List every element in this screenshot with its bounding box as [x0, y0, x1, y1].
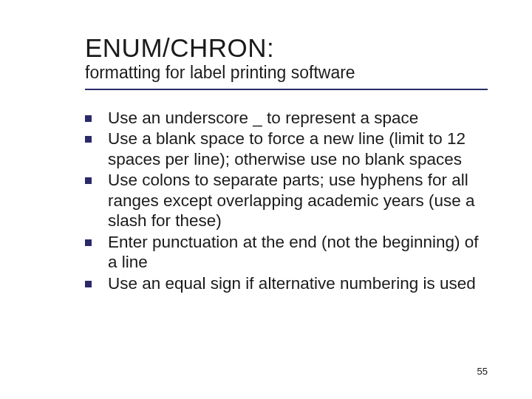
- slide-container: ENUM/CHRON: formatting for label printin…: [0, 0, 532, 399]
- bullet-text: Use colons to separate parts; use hyphen…: [108, 170, 488, 231]
- bullet-icon: [85, 136, 92, 143]
- bullet-text: Use an underscore _ to represent a space: [108, 108, 418, 128]
- slide-subtitle: formatting for label printing software: [85, 63, 488, 83]
- list-item: Enter punctuation at the end (not the be…: [85, 232, 488, 273]
- bullet-icon: [85, 177, 92, 184]
- bullet-text: Use an equal sign if alternative numberi…: [108, 273, 476, 293]
- list-item: Use an underscore _ to represent a space: [85, 108, 488, 128]
- title-underline: [85, 89, 488, 90]
- slide-title: ENUM/CHRON:: [85, 33, 488, 63]
- bullet-list: Use an underscore _ to represent a space…: [85, 108, 488, 293]
- bullet-text: Use a blank space to force a new line (l…: [108, 129, 488, 169]
- list-item: Use an equal sign if alternative numberi…: [85, 273, 488, 293]
- bullet-text: Enter punctuation at the end (not the be…: [108, 232, 488, 273]
- list-item: Use a blank space to force a new line (l…: [85, 129, 488, 169]
- bullet-icon: [85, 281, 92, 287]
- page-number: 55: [477, 366, 488, 377]
- bullet-icon: [85, 239, 92, 246]
- list-item: Use colons to separate parts; use hyphen…: [85, 170, 488, 231]
- bullet-icon: [85, 115, 92, 122]
